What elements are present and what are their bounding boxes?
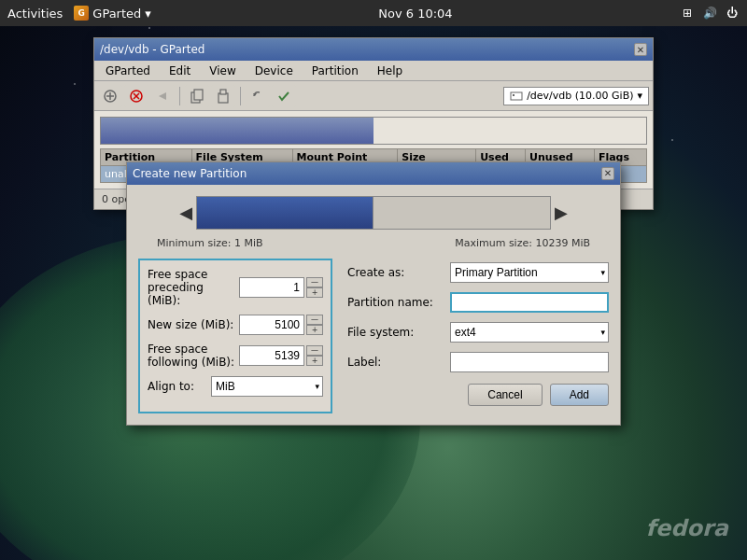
new-size-decrement[interactable]: — <box>306 315 323 325</box>
form-left-panel: Free space preceding (MiB): — + New size… <box>138 259 332 413</box>
free-space-preceding-input-group: — + <box>239 277 323 298</box>
file-system-row: File system: ext4 ext3 ext2 fat32 ntfs b… <box>347 322 609 343</box>
dialog-buttons: Cancel Add <box>347 384 609 406</box>
partition-name-label: Partition name: <box>347 296 450 309</box>
viz-right-arrow[interactable]: ▶ <box>555 203 568 222</box>
cancel-button[interactable]: Cancel <box>468 384 542 406</box>
free-space-following-spinner: — + <box>306 345 323 366</box>
viz-left-arrow[interactable]: ◀ <box>179 203 192 222</box>
viz-bar-partition <box>197 197 374 229</box>
new-size-label: New size (MiB): <box>148 318 239 331</box>
free-space-following-label: Free space following (MiB): <box>148 343 239 369</box>
file-system-select-wrapper: ext4 ext3 ext2 fat32 ntfs btrfs xfs ▾ <box>450 322 609 343</box>
free-space-preceding-increment[interactable]: + <box>306 287 323 298</box>
dialog-form: Free space preceding (MiB): — + New size… <box>138 259 609 413</box>
label-field-label: Label: <box>347 356 450 369</box>
dialog-body: ◀ ▶ Minimum size: 1 MiB Maximum size: 10… <box>127 185 620 425</box>
network-icon[interactable]: ⊞ <box>680 6 695 21</box>
topbar: Activities G GParted ▾ Nov 6 10:04 ⊞ 🔊 ⏻ <box>0 0 747 26</box>
free-space-preceding-spinner: — + <box>306 277 323 298</box>
app-indicator[interactable]: G GParted ▾ <box>74 6 151 21</box>
free-space-following-row: Free space following (MiB): — + <box>148 343 323 369</box>
activities-button[interactable]: Activities <box>7 7 63 21</box>
create-partition-dialog: Create new Partition ✕ ◀ ▶ Minimum size:… <box>126 161 621 426</box>
add-button[interactable]: Add <box>550 384 609 406</box>
free-space-preceding-decrement[interactable]: — <box>306 277 323 287</box>
new-size-row: New size (MiB): — + <box>148 315 323 335</box>
create-as-row: Create as: Primary Partition Extended Pa… <box>347 262 609 283</box>
min-size-label: Minimum size: 1 MiB <box>157 237 263 249</box>
free-space-preceding-input[interactable] <box>239 277 304 298</box>
power-icon[interactable]: ⏻ <box>725 6 740 21</box>
align-to-label: Align to: <box>148 380 211 393</box>
gparted-app-icon: G <box>74 6 89 21</box>
free-space-following-increment[interactable]: + <box>306 356 323 366</box>
dialog-overlay: Create new Partition ✕ ◀ ▶ Minimum size:… <box>0 26 747 560</box>
label-input[interactable] <box>450 352 609 372</box>
free-space-following-decrement[interactable]: — <box>306 345 323 356</box>
free-space-preceding-row: Free space preceding (MiB): — + <box>148 268 323 307</box>
create-as-select[interactable]: Primary Partition Extended Partition Log… <box>450 262 609 283</box>
form-right-panel: Create as: Primary Partition Extended Pa… <box>347 259 609 413</box>
free-space-following-input[interactable] <box>239 345 304 366</box>
partition-name-row: Partition name: <box>347 292 609 313</box>
file-system-label: File system: <box>347 326 450 339</box>
align-to-select-wrapper: MiB Cylinder None ▾ <box>211 376 323 397</box>
dialog-title: Create new Partition <box>133 167 247 180</box>
new-size-input[interactable] <box>239 315 304 335</box>
size-labels: Minimum size: 1 MiB Maximum size: 10239 … <box>138 237 609 249</box>
dialog-close-button[interactable]: ✕ <box>601 167 614 180</box>
viz-bar <box>196 196 551 230</box>
app-menu-chevron: ▾ <box>145 7 151 21</box>
viz-bar-free <box>374 197 550 229</box>
partition-name-input[interactable] <box>450 292 609 313</box>
file-system-select[interactable]: ext4 ext3 ext2 fat32 ntfs btrfs xfs <box>450 322 609 343</box>
new-size-input-group: — + <box>239 315 323 335</box>
new-size-increment[interactable]: + <box>306 325 323 335</box>
partition-visualization: ◀ ▶ <box>138 196 609 230</box>
sound-icon[interactable]: 🔊 <box>702 6 717 21</box>
free-space-preceding-label: Free space preceding (MiB): <box>148 268 239 307</box>
dialog-titlebar: Create new Partition ✕ <box>127 162 620 185</box>
align-to-select[interactable]: MiB Cylinder None <box>211 376 323 397</box>
label-row: Label: <box>347 352 609 372</box>
max-size-label: Maximum size: 10239 MiB <box>455 237 590 249</box>
topbar-datetime: Nov 6 10:04 <box>378 7 452 21</box>
app-indicator-label: GParted <box>92 7 141 21</box>
create-as-select-wrapper: Primary Partition Extended Partition Log… <box>450 262 609 283</box>
create-as-label: Create as: <box>347 266 450 279</box>
new-size-spinner: — + <box>306 315 323 335</box>
free-space-following-input-group: — + <box>239 345 323 366</box>
align-to-row: Align to: MiB Cylinder None ▾ <box>148 376 323 397</box>
